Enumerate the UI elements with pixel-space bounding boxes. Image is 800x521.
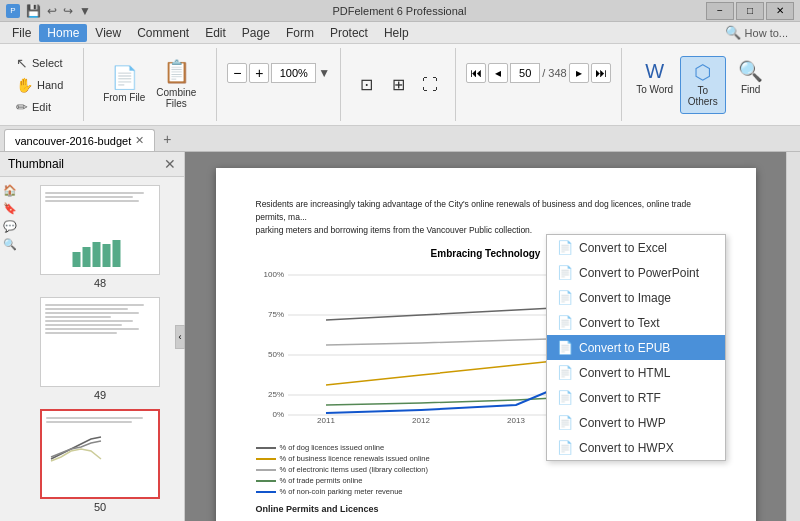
edit-tool[interactable]: ✏ Edit xyxy=(10,97,69,117)
thumb-content-48 xyxy=(41,186,159,274)
to-others-icon: ⬡ xyxy=(694,61,711,83)
zoom-in-button[interactable]: + xyxy=(249,63,269,83)
quick-access-toolbar: 💾 ↩ ↪ ▼ xyxy=(24,3,93,19)
search-tool[interactable]: 🔍 xyxy=(2,236,18,252)
menu-view[interactable]: View xyxy=(87,24,129,42)
zoom-input[interactable] xyxy=(271,63,316,83)
convert-rtf[interactable]: 📄 Convert to RTF xyxy=(547,385,725,410)
section-title: Online Permits and Licences xyxy=(256,504,716,514)
hand-icon: ✋ xyxy=(16,77,33,93)
fit-width-button[interactable]: ⊞ xyxy=(383,65,413,105)
main-area: Thumbnail ✕ 🏠 🔖 💬 🔍 xyxy=(0,152,800,521)
home-tool[interactable]: 🏠 xyxy=(2,182,18,198)
close-button[interactable]: ✕ xyxy=(766,2,794,20)
thumbnail-img-48[interactable] xyxy=(40,185,160,275)
svg-text:2012: 2012 xyxy=(412,416,430,425)
convert-dropdown-menu: 📄 Convert to Excel 📄 Convert to PowerPoi… xyxy=(546,234,726,461)
combine-icon: 📋 xyxy=(163,60,190,84)
select-tool[interactable]: ↖ Select xyxy=(10,53,69,73)
qa-dropdown[interactable]: ▼ xyxy=(77,3,93,19)
svg-rect-2 xyxy=(93,242,101,267)
qa-save[interactable]: 💾 xyxy=(24,3,43,19)
view-mode-group: ⊡ ⊞ ⛶ xyxy=(351,44,445,125)
menu-comment[interactable]: Comment xyxy=(129,24,197,42)
combine-files-button[interactable]: 📋 Combine Files xyxy=(152,56,200,114)
menu-page[interactable]: Page xyxy=(234,24,278,42)
menu-bar: File Home View Comment Edit Page Form Pr… xyxy=(0,22,800,44)
legend-electronic: % of electronic items used (library coll… xyxy=(256,465,716,474)
menu-help[interactable]: Help xyxy=(376,24,417,42)
convert-hwpx[interactable]: 📄 Convert to HWPX xyxy=(547,435,725,460)
app-title: PDFelement 6 Professional xyxy=(93,5,706,17)
tab-bar: vancouver-2016-budget ✕ + xyxy=(0,126,800,152)
menu-protect[interactable]: Protect xyxy=(322,24,376,42)
maximize-button[interactable]: □ xyxy=(736,2,764,20)
convert-epub[interactable]: 📄 Convert to EPUB xyxy=(547,335,725,360)
fit-width-icon: ⊞ xyxy=(392,76,405,94)
svg-rect-1 xyxy=(83,247,91,267)
right-scrollbar[interactable] xyxy=(786,152,800,521)
document-tab[interactable]: vancouver-2016-budget ✕ xyxy=(4,129,155,151)
to-word-button[interactable]: W To Word xyxy=(632,56,678,114)
from-file-button[interactable]: 📄 From File xyxy=(100,56,148,114)
convert-hwp[interactable]: 📄 Convert to HWP xyxy=(547,410,725,435)
next-page-button[interactable]: ▸ xyxy=(569,63,589,83)
convert-text[interactable]: 📄 Convert to Text xyxy=(547,310,725,335)
prev-page-button[interactable]: ◂ xyxy=(488,63,508,83)
title-bar: P 💾 ↩ ↪ ▼ PDFelement 6 Professional − □ … xyxy=(0,0,800,22)
thumbnail-48[interactable]: 48 xyxy=(40,185,160,289)
thumbnail-img-50[interactable] xyxy=(40,409,160,499)
convert-image[interactable]: 📄 Convert to Image xyxy=(547,285,725,310)
hwp-icon: 📄 xyxy=(557,415,573,430)
text-icon: 📄 xyxy=(557,315,573,330)
fit-page-button[interactable]: ⊡ xyxy=(351,65,381,105)
html-icon: 📄 xyxy=(557,365,573,380)
full-screen-icon: ⛶ xyxy=(422,76,438,94)
sidebar: Thumbnail ✕ 🏠 🔖 💬 🔍 xyxy=(0,152,185,521)
convert-html[interactable]: 📄 Convert to HTML xyxy=(547,360,725,385)
legend-line-parking xyxy=(256,491,276,493)
thumbnail-49[interactable]: 49 xyxy=(40,297,160,401)
menu-home[interactable]: Home xyxy=(39,24,87,42)
tab-close-button[interactable]: ✕ xyxy=(135,134,144,147)
ribbon: ↖ Select ✋ Hand ✏ Edit 📄 From File 📋 Com… xyxy=(0,44,800,126)
thumbnail-img-49[interactable] xyxy=(40,297,160,387)
convert-excel[interactable]: 📄 Convert to Excel xyxy=(547,235,725,260)
legend-line-trade xyxy=(256,480,276,482)
zoom-dropdown-icon[interactable]: ▼ xyxy=(318,66,330,80)
menu-edit[interactable]: Edit xyxy=(197,24,234,42)
svg-rect-4 xyxy=(113,240,121,267)
first-page-button[interactable]: ⏮ xyxy=(466,63,486,83)
legend-line-electronic xyxy=(256,469,276,471)
page-input[interactable] xyxy=(510,63,540,83)
how-to-link[interactable]: How to... xyxy=(745,27,788,39)
comment-tool[interactable]: 💬 xyxy=(2,218,18,234)
svg-text:0%: 0% xyxy=(272,410,284,419)
sidebar-collapse-arrow[interactable]: ‹ xyxy=(175,325,185,349)
to-others-button[interactable]: ⬡ To Others xyxy=(680,56,726,114)
thumbnail-50[interactable]: 50 xyxy=(40,409,160,513)
legend-line-business xyxy=(256,458,276,460)
find-button[interactable]: 🔍 Find xyxy=(728,56,774,114)
title-bar-left: P 💾 ↩ ↪ ▼ xyxy=(6,3,93,19)
menu-file[interactable]: File xyxy=(4,24,39,42)
qa-redo[interactable]: ↪ xyxy=(61,3,75,19)
window-controls: − □ ✕ xyxy=(706,2,794,20)
last-page-button[interactable]: ⏭ xyxy=(591,63,611,83)
qa-undo[interactable]: ↩ xyxy=(45,3,59,19)
menu-form[interactable]: Form xyxy=(278,24,322,42)
select-icon: ↖ xyxy=(16,55,28,71)
zoom-out-button[interactable]: − xyxy=(227,63,247,83)
bookmark-tool[interactable]: 🔖 xyxy=(2,200,18,216)
minimize-button[interactable]: − xyxy=(706,2,734,20)
svg-text:100%: 100% xyxy=(263,270,283,279)
convert-powerpoint[interactable]: 📄 Convert to PowerPoint xyxy=(547,260,725,285)
from-file-icon: 📄 xyxy=(111,66,138,90)
sidebar-close-button[interactable]: ✕ xyxy=(164,156,176,172)
sidebar-title: Thumbnail xyxy=(8,157,64,171)
full-screen-button[interactable]: ⛶ xyxy=(415,65,445,105)
hand-tool[interactable]: ✋ Hand xyxy=(10,75,69,95)
document-viewer[interactable]: Residents are increasingly taking advant… xyxy=(185,152,786,521)
sidebar-tools: 🏠 🔖 💬 🔍 xyxy=(0,178,20,256)
new-tab-button[interactable]: + xyxy=(155,127,179,151)
